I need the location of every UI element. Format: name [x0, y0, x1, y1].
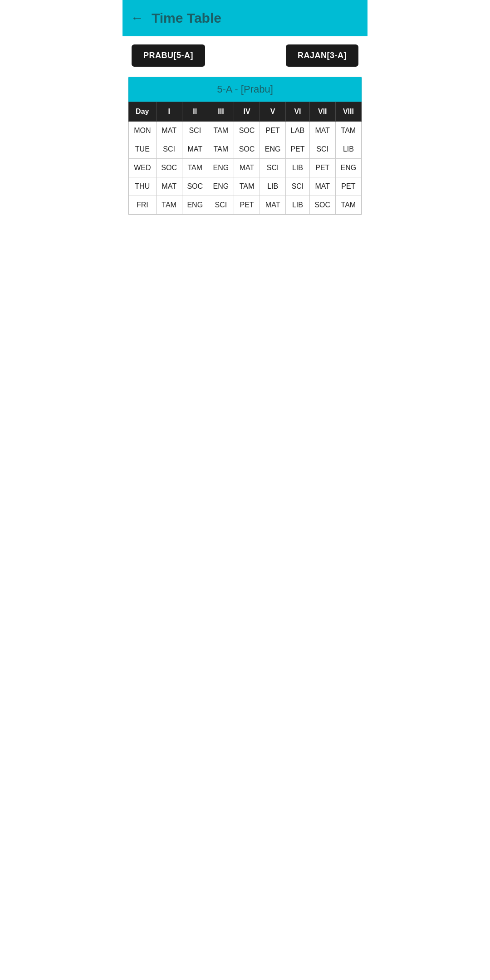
table-row: MONMATSCITAMSOCPETLABMATTAM — [129, 122, 362, 140]
table-row: TUESCIMATTAMSOCENGPETSCILIB — [129, 140, 362, 159]
day-cell: TUE — [129, 140, 157, 159]
period-cell: SCI — [260, 159, 286, 177]
day-cell: WED — [129, 159, 157, 177]
table-row: WEDSOCTAMENGMATSCILIBPETENG — [129, 159, 362, 177]
col-header-period-viii: VIII — [335, 102, 361, 122]
period-cell: SOC — [182, 177, 208, 196]
period-cell: MAT — [309, 177, 335, 196]
period-cell: SCI — [156, 140, 182, 159]
period-cell: PET — [260, 122, 286, 140]
period-cell: SCI — [286, 177, 309, 196]
student-button-prabu[interactable]: PRABU[5-A] — [132, 44, 205, 67]
period-cell: TAM — [182, 159, 208, 177]
student-selector: PRABU[5-A] RAJAN[3-A] — [122, 36, 368, 75]
period-cell: MAT — [309, 122, 335, 140]
period-cell: LIB — [335, 140, 361, 159]
timetable-section-title: 5-A - [Prabu] — [217, 83, 273, 95]
col-header-period-vii: VII — [309, 102, 335, 122]
timetable: DayIIIIIIIVVVIVIIVIII MONMATSCITAMSOCPET… — [128, 102, 362, 215]
student-button-rajan[interactable]: RAJAN[3-A] — [286, 44, 358, 67]
period-cell: PET — [286, 140, 309, 159]
col-header-period-i: I — [156, 102, 182, 122]
back-button[interactable]: ← — [131, 12, 143, 24]
day-cell: THU — [129, 177, 157, 196]
period-cell: TAM — [335, 196, 361, 215]
period-cell: MAT — [182, 140, 208, 159]
period-cell: TAM — [234, 177, 260, 196]
period-cell: MAT — [156, 177, 182, 196]
timetable-container: 5-A - [Prabu] DayIIIIIIIVVVIVIIVIII MONM… — [128, 77, 362, 215]
day-cell: MON — [129, 122, 157, 140]
period-cell: MAT — [234, 159, 260, 177]
period-cell: SCI — [309, 140, 335, 159]
period-cell: SCI — [208, 196, 234, 215]
period-cell: ENG — [335, 159, 361, 177]
period-cell: SOC — [234, 122, 260, 140]
period-cell: SOC — [309, 196, 335, 215]
app-header: ← Time Table — [122, 0, 368, 36]
page-title: Time Table — [152, 10, 221, 26]
col-header-period-ii: II — [182, 102, 208, 122]
period-cell: SCI — [182, 122, 208, 140]
period-cell: PET — [335, 177, 361, 196]
period-cell: MAT — [260, 196, 286, 215]
period-cell: PET — [309, 159, 335, 177]
col-header-period-v: V — [260, 102, 286, 122]
period-cell: SOC — [156, 159, 182, 177]
period-cell: LIB — [286, 196, 309, 215]
table-row: THUMATSOCENGTAMLIBSCIMATPET — [129, 177, 362, 196]
period-cell: ENG — [182, 196, 208, 215]
period-cell: LIB — [286, 159, 309, 177]
period-cell: TAM — [156, 196, 182, 215]
period-cell: TAM — [335, 122, 361, 140]
period-cell: SOC — [234, 140, 260, 159]
col-header-period-iv: IV — [234, 102, 260, 122]
period-cell: TAM — [208, 140, 234, 159]
col-header-period-vi: VI — [286, 102, 309, 122]
period-cell: LIB — [260, 177, 286, 196]
period-cell: ENG — [260, 140, 286, 159]
period-cell: ENG — [208, 159, 234, 177]
period-cell: ENG — [208, 177, 234, 196]
period-cell: MAT — [156, 122, 182, 140]
timetable-section-header: 5-A - [Prabu] — [128, 77, 362, 102]
period-cell: TAM — [208, 122, 234, 140]
col-header-day: Day — [129, 102, 157, 122]
day-cell: FRI — [129, 196, 157, 215]
period-cell: PET — [234, 196, 260, 215]
period-cell: LAB — [286, 122, 309, 140]
timetable-column-headers: DayIIIIIIIVVVIVIIVIII — [129, 102, 362, 122]
col-header-period-iii: III — [208, 102, 234, 122]
table-row: FRITAMENGSCIPETMATLIBSOCTAM — [129, 196, 362, 215]
